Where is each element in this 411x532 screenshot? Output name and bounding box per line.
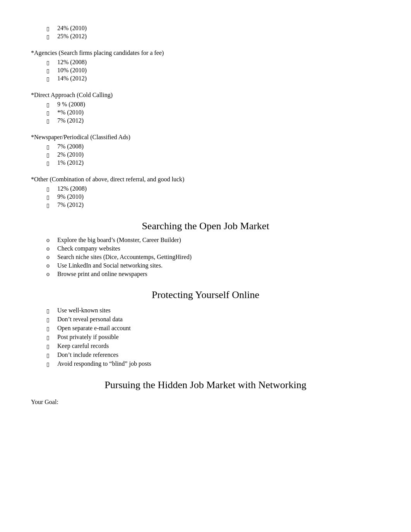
protect-bullet-icon: ▯ bbox=[46, 334, 57, 341]
bullet-text: 7% (2008) bbox=[57, 143, 84, 150]
protecting-list: ▯ Use well-known sites ▯ Don’t reveal pe… bbox=[46, 307, 380, 368]
bullet-text: 7% (2012) bbox=[57, 117, 84, 124]
list-item: ▯ Use well-known sites bbox=[46, 307, 380, 314]
top-bullets-section: ▯ 24% (2010) ▯ 25% (2012) bbox=[31, 25, 380, 40]
newspaper-section: *Newspaper/Periodical (Classified Ads) ▯… bbox=[31, 134, 380, 167]
list-item: ▯ Open separate e-mail account bbox=[46, 325, 380, 332]
list-item: o Browse print and online newspapers bbox=[46, 271, 380, 278]
open-bullet-icon: o bbox=[46, 262, 57, 269]
bullet-icon: ▯ bbox=[46, 33, 57, 40]
protect-bullet-icon: ▯ bbox=[46, 316, 57, 323]
open-market-item: Search niche sites (Dice, Accountemps, G… bbox=[57, 254, 192, 261]
bullet-icon: ▯ bbox=[46, 193, 57, 201]
bullet-text: 9% (2010) bbox=[57, 193, 84, 200]
list-item: o Search niche sites (Dice, Accountemps,… bbox=[46, 254, 380, 261]
top-bullets-group: ▯ 24% (2010) ▯ 25% (2012) bbox=[46, 25, 380, 40]
open-market-item: Explore the big board’s (Monster, Career… bbox=[57, 237, 181, 244]
open-market-list: o Explore the big board’s (Monster, Care… bbox=[46, 237, 380, 278]
list-item: ▯ Post privately if possible bbox=[46, 334, 380, 341]
open-market-item: Use LinkedIn and Social networking sites… bbox=[57, 262, 163, 269]
bullet-text: 1% (2012) bbox=[57, 159, 84, 166]
bullet-icon: ▯ bbox=[46, 185, 57, 193]
list-item: ▯ 10% (2010) bbox=[46, 67, 380, 74]
list-item: ▯ 25% (2012) bbox=[46, 33, 380, 40]
list-item: ▯ 1% (2012) bbox=[46, 159, 380, 167]
list-item: ▯ 24% (2010) bbox=[46, 25, 380, 32]
agencies-section: *Agencies (Search firms placing candidat… bbox=[31, 49, 380, 82]
protecting-text: Open separate e-mail account bbox=[57, 325, 131, 332]
protecting-text: Use well-known sites bbox=[57, 307, 111, 314]
list-item: o Explore the big board’s (Monster, Care… bbox=[46, 237, 380, 244]
bullet-icon: ▯ bbox=[46, 201, 57, 209]
list-item: ▯ 14% (2012) bbox=[46, 75, 380, 82]
list-item: ▯ 12% (2008) bbox=[46, 59, 380, 66]
list-item: ▯ 7% (2008) bbox=[46, 143, 380, 150]
open-market-title: Searching the Open Job Market bbox=[31, 220, 380, 232]
bullet-icon: ▯ bbox=[46, 117, 57, 124]
bullet-icon: ▯ bbox=[46, 143, 57, 150]
list-item: o Check company websites bbox=[46, 245, 380, 252]
protect-bullet-icon: ▯ bbox=[46, 307, 57, 314]
list-item: ▯ Don’t reveal personal data bbox=[46, 316, 380, 323]
hidden-market-section: Pursuing the Hidden Job Market with Netw… bbox=[31, 379, 380, 406]
bullet-text: 10% (2010) bbox=[57, 67, 87, 74]
open-market-item: Browse print and online newspapers bbox=[57, 271, 147, 278]
protect-bullet-icon: ▯ bbox=[46, 360, 57, 368]
list-item: ▯ Don’t include references bbox=[46, 351, 380, 359]
open-bullet-icon: o bbox=[46, 245, 57, 252]
protecting-text: Avoid responding to “blind” job posts bbox=[57, 360, 151, 367]
protect-bullet-icon: ▯ bbox=[46, 325, 57, 332]
newspaper-bullets: ▯ 7% (2008) ▯ 2% (2010) ▯ 1% (2012) bbox=[46, 143, 380, 167]
your-goal-label: Your Goal: bbox=[31, 399, 380, 406]
bullet-text: 12% (2008) bbox=[57, 185, 87, 192]
bullet-text: *% (2010) bbox=[57, 109, 84, 116]
other-header: *Other (Combination of above, direct ref… bbox=[31, 176, 380, 183]
bullet-icon: ▯ bbox=[46, 67, 57, 74]
open-market-section: Searching the Open Job Market o Explore … bbox=[31, 220, 380, 278]
list-item: o Use LinkedIn and Social networking sit… bbox=[46, 262, 380, 269]
protecting-section: Protecting Yourself Online ▯ Use well-kn… bbox=[31, 289, 380, 368]
bullet-text: 2% (2010) bbox=[57, 151, 84, 158]
direct-approach-bullets: ▯ 9 % (2008) ▯ *% (2010) ▯ 7% (2012) bbox=[46, 101, 380, 124]
direct-approach-section: *Direct Approach (Cold Calling) ▯ 9 % (2… bbox=[31, 92, 380, 124]
list-item: ▯ 2% (2010) bbox=[46, 151, 380, 159]
list-item: ▯ 7% (2012) bbox=[46, 117, 380, 124]
list-item: ▯ 9 % (2008) bbox=[46, 101, 380, 108]
list-item: ▯ 7% (2012) bbox=[46, 201, 380, 209]
bullet-text: 14% (2012) bbox=[57, 75, 87, 82]
protect-bullet-icon: ▯ bbox=[46, 351, 57, 359]
agencies-header: *Agencies (Search firms placing candidat… bbox=[31, 49, 380, 56]
open-bullet-icon: o bbox=[46, 237, 57, 244]
bullet-text: 12% (2008) bbox=[57, 59, 87, 66]
newspaper-header: *Newspaper/Periodical (Classified Ads) bbox=[31, 134, 380, 141]
bullet-text: 25% (2012) bbox=[57, 33, 87, 40]
bullet-icon: ▯ bbox=[46, 25, 57, 32]
list-item: ▯ 12% (2008) bbox=[46, 185, 380, 193]
protecting-text: Keep careful records bbox=[57, 343, 109, 350]
list-item: ▯ 9% (2010) bbox=[46, 193, 380, 201]
protecting-text: Don’t reveal personal data bbox=[57, 316, 123, 323]
bullet-text: 7% (2012) bbox=[57, 201, 84, 208]
protecting-title: Protecting Yourself Online bbox=[31, 289, 380, 301]
protecting-text: Don’t include references bbox=[57, 351, 118, 358]
list-item: ▯ Keep careful records bbox=[46, 343, 380, 350]
list-item: ▯ *% (2010) bbox=[46, 109, 380, 116]
protecting-text: Post privately if possible bbox=[57, 334, 119, 341]
bullet-icon: ▯ bbox=[46, 151, 57, 159]
bullet-icon: ▯ bbox=[46, 75, 57, 82]
bullet-icon: ▯ bbox=[46, 159, 57, 167]
hidden-market-title: Pursuing the Hidden Job Market with Netw… bbox=[31, 379, 380, 391]
other-bullets: ▯ 12% (2008) ▯ 9% (2010) ▯ 7% (2012) bbox=[46, 185, 380, 209]
list-item: ▯ Avoid responding to “blind” job posts bbox=[46, 360, 380, 368]
bullet-icon: ▯ bbox=[46, 109, 57, 116]
bullet-text: 9 % (2008) bbox=[57, 101, 85, 108]
bullet-icon: ▯ bbox=[46, 101, 57, 108]
protect-bullet-icon: ▯ bbox=[46, 343, 57, 350]
open-bullet-icon: o bbox=[46, 271, 57, 278]
direct-approach-header: *Direct Approach (Cold Calling) bbox=[31, 92, 380, 99]
open-bullet-icon: o bbox=[46, 254, 57, 261]
bullet-text: 24% (2010) bbox=[57, 25, 87, 32]
open-market-item: Check company websites bbox=[57, 245, 120, 252]
agencies-bullets: ▯ 12% (2008) ▯ 10% (2010) ▯ 14% (2012) bbox=[46, 59, 380, 82]
bullet-icon: ▯ bbox=[46, 59, 57, 66]
